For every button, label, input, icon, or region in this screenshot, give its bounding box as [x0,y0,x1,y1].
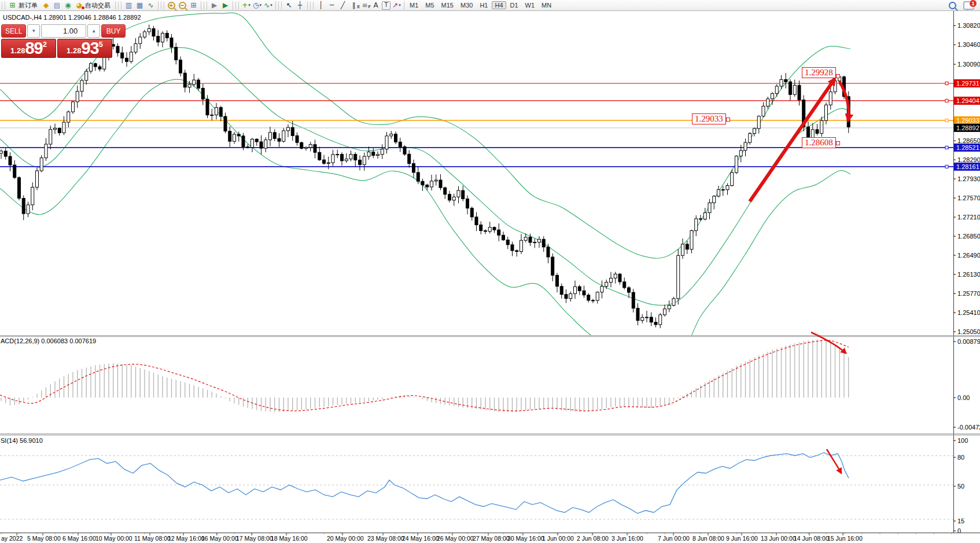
svg-text:1.28161: 1.28161 [956,163,979,170]
new-order-label: 新订单 [19,1,38,10]
period-selector-icon[interactable]: ◷▾ [252,1,262,10]
svg-text:1.27930: 1.27930 [957,175,980,182]
zoom-in-icon: + [168,2,175,9]
bollinger-middle [0,47,850,305]
volume-increase-button[interactable]: ▲ [87,24,100,38]
horizontal-price-lines[interactable] [0,82,953,168]
svg-text:1.29033: 1.29033 [956,117,979,124]
new-order-icon[interactable]: ⊞ [8,1,17,10]
timeframe-h4-button[interactable]: H4 [492,1,506,9]
svg-text:1.28650: 1.28650 [957,137,980,144]
timeframe-mn-button[interactable]: MN [539,1,554,9]
horizontal-line-tool-icon[interactable]: ─ [327,1,337,10]
price-axis[interactable]: 1.308201.304601.300901.297301.293701.290… [953,11,980,534]
add-indicator-icon[interactable]: +▾ [241,1,251,10]
svg-text:80: 80 [957,454,964,461]
line-handle [945,99,948,102]
svg-text:1.27570: 1.27570 [957,195,980,201]
svg-text:17 May 08:00: 17 May 08:00 [236,535,273,542]
signals-icon[interactable]: ◉ [63,1,73,10]
svg-text:26 May 00:00: 26 May 00:00 [437,535,474,542]
triangle-down-icon: ▼ [31,28,36,34]
sell-button[interactable]: SELL [1,24,26,38]
mt4-window: ⊞新订单◆▤◉◕自动交易▥▦∿+−⊞▶▶+▾◷▾∿▾↖┼│─╱∥E≡FAT↗▾M… [0,0,980,543]
macd-indicator [0,339,849,412]
chat-icon[interactable]: 1 [963,1,974,10]
arrows-tool-caret-icon[interactable]: ▾ [399,1,401,9]
trendline-tool-icon[interactable]: ╱ [338,1,348,10]
profiles-icon[interactable]: ▤ [52,1,62,10]
search-icon[interactable] [949,2,956,9]
crosshair-tool-icon[interactable]: ┼ [295,1,305,10]
timeframe-h1-button[interactable]: H1 [477,1,491,9]
tile-windows-icon[interactable]: ⊞ [189,1,198,10]
timeframe-d1-button[interactable]: D1 [507,1,521,9]
svg-text:0.008797: 0.008797 [957,338,980,345]
svg-text:50: 50 [957,483,964,490]
svg-text:5 May 08:00: 5 May 08:00 [27,535,61,542]
arrows-tool-icon[interactable]: ↗▾ [392,1,401,10]
rsi-down-arrow[interactable] [827,449,841,473]
market-watch-icon[interactable]: ◆ [41,1,51,10]
price-annotation-mid[interactable]: 1.29033 [692,113,726,124]
svg-text:20 May 00:00: 20 May 00:00 [327,535,364,542]
svg-text:1.30090: 1.30090 [957,61,980,68]
line-chart-mode-icon[interactable]: ∿ [146,1,156,10]
svg-text:23 May 08:00: 23 May 08:00 [367,535,404,542]
text-tool-icon[interactable]: A [371,1,381,10]
annotation-handle[interactable] [836,74,840,78]
toolbar-separator [233,1,233,10]
timeframe-m1-button[interactable]: M1 [407,1,421,9]
annotation-handle[interactable] [836,141,840,145]
toolbar-separator [158,1,159,10]
sell-price-sup: 2 [43,41,47,48]
sell-price-button[interactable]: 1.28 89 2 [1,39,56,58]
chart-shift-icon[interactable]: ▶ [209,1,219,10]
annotation-handle[interactable] [726,118,730,122]
svg-text:12 May 16:00: 12 May 16:00 [168,535,205,542]
time-axis[interactable]: ay 20225 May 08:006 May 16:0010 May 00:0… [1,533,952,542]
buy-button[interactable]: BUY [101,24,126,38]
buy-price-button[interactable]: 1.28 93 5 [57,39,112,58]
svg-text:13 Jun 00:00: 13 Jun 00:00 [761,535,796,542]
fibonacci-tool-icon[interactable]: ≡F [360,1,370,10]
svg-text:1.25770: 1.25770 [957,290,980,297]
rsi-line [0,453,849,513]
zoom-out-icon[interactable]: − [178,1,187,10]
rsi-indicator [0,453,953,519]
timeframe-m15-button[interactable]: M15 [439,1,456,9]
objects-window-icon[interactable]: ▦ [135,1,145,10]
svg-text:16 May 00:00: 16 May 00:00 [201,535,238,542]
indicators-window-icon[interactable]: ▥ [124,1,134,10]
svg-text:0.00: 0.00 [957,394,970,401]
timeframe-w1-button[interactable]: W1 [522,1,538,9]
timeframe-m30-button[interactable]: M30 [458,1,476,9]
text-label-tool-icon[interactable]: T [382,1,390,10]
toolbar-grip [161,2,164,9]
svg-text:1.25050: 1.25050 [957,328,980,335]
sell-price-main: 89 [25,40,42,57]
volume-decrease-button[interactable]: ▼ [27,24,40,38]
add-indicator-caret-icon[interactable]: ▾ [248,1,250,9]
auto-scroll-icon[interactable]: ▶ [220,1,230,10]
chart-canvas[interactable]: 1.308201.304601.300901.297301.293701.290… [0,0,980,543]
price-annotation-low[interactable]: 1.28608 [802,137,836,148]
chart-template-icon[interactable]: ∿▾ [263,1,273,10]
vertical-line-tool-icon[interactable]: │ [316,1,326,10]
toolbar-separator [201,1,201,10]
macd-indicator-label: ACD(12,26,9) 0.006083 0.007619 [1,337,96,344]
price-annotation-high[interactable]: 1.29928 [802,67,836,78]
svg-text:ay 2022: ay 2022 [1,535,23,542]
line-handle [945,82,948,85]
buy-price-prefix: 1.28 [67,45,81,57]
auto-trading-icon[interactable]: ◕ [74,1,84,10]
channel-tool-icon[interactable]: ∥E [349,1,359,10]
chart-template-caret-icon[interactable]: ▾ [270,1,272,9]
triangle-up-icon: ▲ [91,28,96,34]
cursor-tool-icon[interactable]: ↖ [284,1,294,10]
candlestick-series [0,24,850,328]
zoom-in-icon[interactable]: + [167,1,176,10]
volume-input[interactable] [41,24,86,38]
timeframe-m5-button[interactable]: M5 [422,1,437,9]
period-selector-caret-icon[interactable]: ▾ [259,1,261,9]
